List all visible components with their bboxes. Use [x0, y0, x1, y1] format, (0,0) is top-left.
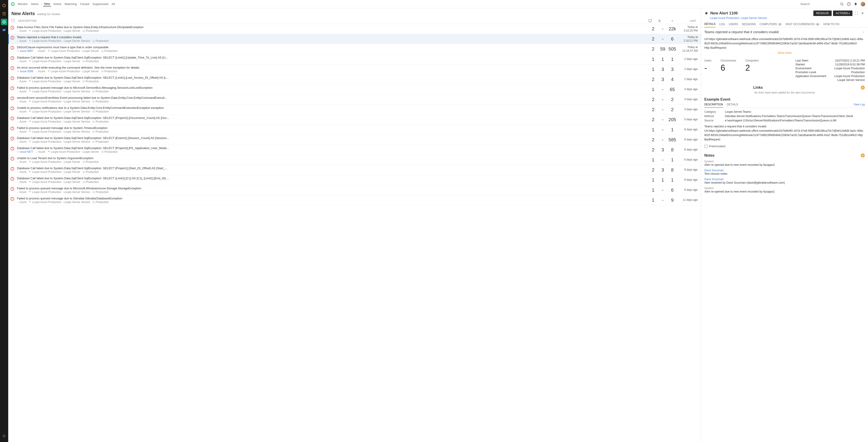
- crumb-all[interactable]: All: [111, 2, 116, 6]
- error-icon: !: [10, 46, 14, 50]
- alert-title: Database Call failed due to System.Data.…: [17, 56, 648, 59]
- note-author[interactable]: Dave Sussman: [704, 178, 865, 181]
- alert-meta: ⌂Azure⚑Loupe Azure Production - Loupe Se…: [17, 170, 648, 174]
- crumb-monitor[interactable]: Monitor: [17, 2, 29, 6]
- col-last: LAST: [677, 20, 698, 22]
- alert-row[interactable]: !Database Call failed due to System.Data…: [8, 145, 701, 155]
- error-icon: !: [10, 96, 14, 100]
- crumb-suppressed[interactable]: Suppressed: [92, 2, 109, 6]
- alert-row[interactable]: !Teams rejected a request that it consid…: [8, 34, 701, 44]
- note-author: System: [704, 186, 865, 190]
- crumb-closed[interactable]: Closed: [79, 2, 90, 6]
- select-all-checkbox[interactable]: [11, 19, 14, 22]
- facts-list: Last Seen10/27/2022 2:10:21 PMStarted11/…: [796, 59, 865, 82]
- alert-row[interactable]: !Database Call failed due to System.Data…: [8, 135, 701, 145]
- crumb-active[interactable]: Active: [52, 2, 62, 6]
- add-link-button[interactable]: +: [861, 86, 865, 90]
- subtab-details[interactable]: DETAILS: [727, 103, 738, 108]
- rail-item-settings[interactable]: [1, 433, 7, 439]
- alert-row[interactable]: !Failed to process queued message due to…: [8, 125, 701, 135]
- stat-users: Users -: [704, 59, 711, 80]
- alert-row[interactable]: !Database Call failed due to System.Data…: [8, 115, 701, 125]
- error-icon: !: [10, 66, 14, 70]
- alert-row[interactable]: !Database Call failed due to System.Data…: [8, 165, 701, 175]
- search-input[interactable]: [800, 2, 837, 6]
- tab-details[interactable]: DETAILS: [704, 22, 715, 27]
- col-computers-icon: [648, 19, 658, 22]
- tab-log[interactable]: LOG: [719, 22, 725, 27]
- tab-computers[interactable]: COMPUTERS2: [760, 22, 782, 27]
- alert-row[interactable]: !DbSortClause expressions must have a ty…: [8, 44, 701, 54]
- alert-counts: 1-6: [648, 186, 677, 194]
- alert-meta: ⊘Issue 5556⌂Azure⚑Loupe Azure Production…: [17, 70, 648, 73]
- alert-row[interactable]: !Failed to process queued message due to…: [8, 185, 701, 195]
- alert-meta: ⌂Azure⚑Loupe Azure Production - Loupe Se…: [17, 90, 648, 93]
- rail-item-doc[interactable]: [1, 10, 7, 17]
- error-icon: !: [10, 26, 14, 29]
- table-header: DESCRIPTION # LAST: [8, 18, 701, 24]
- error-icon: !: [10, 36, 14, 39]
- svg-point-15: [706, 12, 707, 14]
- detail-subtitle-link[interactable]: Loupe Azure Production: Loupe Server Ser…: [710, 17, 767, 20]
- close-icon[interactable]: ✕: [860, 11, 865, 16]
- show-more-link[interactable]: Show more: [704, 51, 865, 54]
- tab-sessions[interactable]: SESSIONS: [742, 22, 756, 27]
- example-event-heading: Example Event: [704, 97, 865, 101]
- alert-title: An error occurred while executing the co…: [17, 66, 648, 69]
- alert-row[interactable]: !Database Call failed due to System.Data…: [8, 175, 701, 185]
- rail-item-chat[interactable]: [1, 27, 7, 33]
- alert-row[interactable]: !An error occurred while executing the c…: [8, 64, 701, 75]
- alert-row[interactable]: !Failed to process queued message due to…: [8, 195, 701, 205]
- alert-row[interactable]: !Database Call failed due to System.Data…: [8, 54, 701, 64]
- rail-item-monitor[interactable]: [1, 19, 7, 25]
- alert-counts: 1-65: [648, 86, 677, 93]
- help-icon[interactable]: ?: [847, 2, 850, 6]
- alert-row[interactable]: !Failed to process queued message due to…: [8, 85, 701, 95]
- tab-howto[interactable]: HOW TO FIX: [824, 22, 840, 27]
- bell-icon[interactable]: [854, 2, 858, 6]
- note-author: System: [704, 160, 865, 163]
- error-icon: !: [10, 56, 14, 60]
- actions-button[interactable]: ACTIONS: [833, 10, 852, 16]
- preformatted-checkbox[interactable]: [704, 145, 708, 148]
- subtab-description[interactable]: DESCRIPTION: [704, 103, 723, 108]
- issue-link[interactable]: Issue 5697: [20, 49, 33, 53]
- alert-row[interactable]: !Unable to Load Tenant due to System.Arg…: [8, 155, 701, 165]
- tab-past[interactable]: PAST OCCURRENCES6: [785, 22, 819, 27]
- crumb-watching[interactable]: Watching: [64, 2, 78, 6]
- alert-row[interactable]: !sessionEvent sessionEventNew Event proc…: [8, 95, 701, 105]
- avatar[interactable]: [861, 2, 865, 6]
- search-icon[interactable]: [840, 2, 844, 6]
- svg-point-14: [659, 20, 660, 21]
- detail-pane: New Alert 1106 RESOLVE ACTIONS ⛶ ✕ Loupe…: [701, 8, 868, 442]
- alert-row[interactable]: !Unable to process notifications due to …: [8, 105, 701, 115]
- preformatted-toggle[interactable]: Preformatted: [704, 145, 865, 148]
- star-icon[interactable]: ☆: [862, 30, 865, 34]
- alert-row[interactable]: !Data Access Files.Store File Failed due…: [8, 24, 701, 34]
- alert-last: 6 days ago: [677, 136, 698, 143]
- rail-item-loupe[interactable]: [1, 2, 7, 9]
- alert-counts: 1-9: [648, 197, 677, 204]
- view-log-link[interactable]: View Log: [854, 103, 865, 108]
- note-author[interactable]: Dave Sussman: [704, 169, 865, 172]
- chevron-right-icon: ›: [41, 2, 42, 6]
- issue-link[interactable]: Issue 5677: [20, 150, 33, 153]
- alert-meta: ⌂Azure⚑Loupe Azure Production - Loupe Se…: [17, 100, 648, 103]
- alert-last: Today at3:10:25 PM: [677, 25, 698, 32]
- note-body: Alert resolved by Dave Sussman (dave@gib…: [704, 181, 865, 184]
- tab-users[interactable]: USERS: [728, 22, 738, 27]
- crumb-alerts[interactable]: Alerts: [30, 2, 39, 6]
- note-body: Alert re-opened due to new event recorde…: [704, 190, 865, 193]
- issue-link[interactable]: Issue 5556: [20, 70, 33, 73]
- alert-meta: ⌂Azure⚑Loupe Azure Production - Loupe Se…: [17, 201, 648, 204]
- alert-row[interactable]: !Database Call failed due to System.Data…: [8, 75, 701, 85]
- alert-counts: 238: [648, 146, 677, 153]
- alert-meta: ⌂Azure⚑Loupe Azure Production - Loupe Se…: [17, 110, 648, 113]
- expand-icon[interactable]: ⛶: [854, 11, 859, 16]
- crumb-new[interactable]: New: [43, 2, 51, 6]
- alert-counts: 133: [648, 66, 677, 73]
- alert-title: sessionEvent sessionEventNew Event proce…: [17, 96, 648, 99]
- resolve-button[interactable]: RESOLVE: [813, 10, 832, 16]
- alert-counts: 2-2: [648, 106, 677, 113]
- add-note-button[interactable]: +: [861, 153, 865, 157]
